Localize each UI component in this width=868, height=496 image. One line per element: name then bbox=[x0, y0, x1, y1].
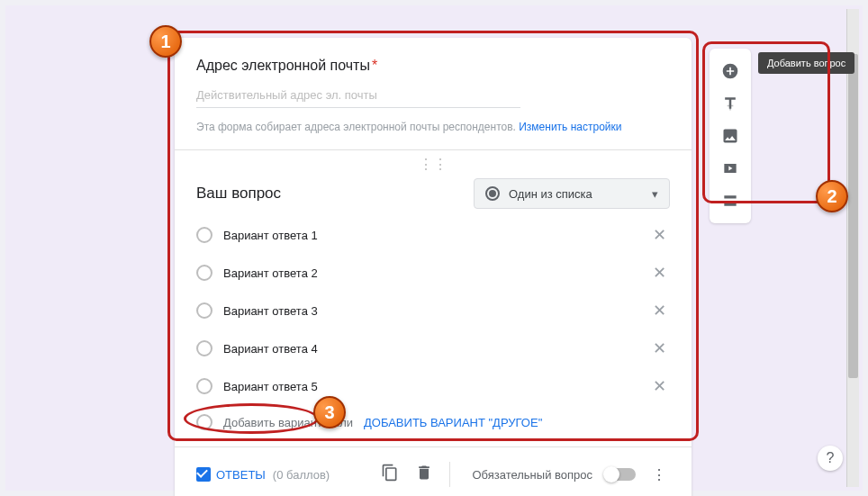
callout-2 bbox=[702, 41, 830, 203]
points-label: (0 баллов) bbox=[273, 468, 330, 482]
scrollbar[interactable] bbox=[846, 9, 859, 487]
badge-3: 3 bbox=[313, 396, 346, 428]
delete-icon[interactable] bbox=[410, 458, 439, 491]
callout-3 bbox=[184, 403, 319, 434]
check-icon bbox=[196, 467, 211, 482]
help-icon[interactable]: ? bbox=[818, 446, 843, 471]
callout-1 bbox=[167, 31, 699, 441]
more-icon[interactable]: ⋮ bbox=[648, 463, 670, 487]
badge-1: 1 bbox=[149, 25, 182, 58]
duplicate-icon[interactable] bbox=[375, 458, 404, 491]
badge-2: 2 bbox=[816, 180, 848, 212]
required-label: Обязательный вопрос bbox=[472, 468, 592, 482]
required-toggle[interactable] bbox=[605, 468, 636, 481]
answer-key-button[interactable]: ОТВЕТЫ bbox=[196, 467, 266, 482]
